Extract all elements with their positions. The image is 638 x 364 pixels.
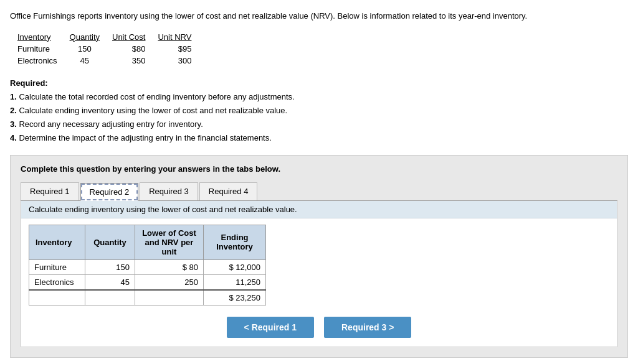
furniture-qty: 150 xyxy=(85,259,135,274)
total-empty-2 xyxy=(85,290,135,306)
furniture-ending-cell: $ 12,000 xyxy=(204,259,266,274)
th-quantity: Quantity xyxy=(85,225,135,259)
total-ending-cell: $ 23,250 xyxy=(204,290,266,306)
total-dollar: $ xyxy=(229,293,233,302)
ref-row-furniture-nrv: $95 xyxy=(155,43,201,55)
furniture-ending-val: 12,000 xyxy=(236,263,260,272)
total-empty-1 xyxy=(29,290,85,306)
furniture-dollar1: $ xyxy=(183,263,187,272)
furniture-nrv-val: 80 xyxy=(189,263,198,272)
total-val: 23,250 xyxy=(236,293,260,302)
furniture-name: Furniture xyxy=(29,259,85,274)
required-item-4: 4. Determine the impact of the adjusting… xyxy=(10,131,628,145)
complete-box-title: Complete this question by entering your … xyxy=(21,164,617,174)
th-inventory: Inventory xyxy=(29,225,85,259)
ref-row-electronics-qty: 45 xyxy=(67,55,110,67)
required-section: Required: 1. Calculate the total recorde… xyxy=(10,77,628,145)
ref-row-furniture-qty: 150 xyxy=(67,43,110,55)
reference-table: Inventory Quantity Unit Cost Unit NRV Fu… xyxy=(15,31,201,67)
ref-row-electronics-nrv: 300 xyxy=(155,55,201,67)
ref-row-electronics-cost: 350 xyxy=(110,55,155,67)
ref-row-furniture-name: Furniture xyxy=(15,43,67,55)
electronics-qty: 45 xyxy=(85,274,135,290)
tabs-row: Required 1 Required 2 Required 3 Require… xyxy=(21,182,617,201)
required-item-1: 1. Calculate the total recorded cost of … xyxy=(10,90,628,104)
electronics-nrv-cell: 250 xyxy=(135,274,204,290)
col-header-inventory: Inventory xyxy=(15,31,67,43)
required-1-button[interactable]: < Required 1 xyxy=(227,317,314,338)
required-label: Required: xyxy=(10,78,48,88)
required-3-button[interactable]: Required 3 > xyxy=(324,317,411,338)
nav-buttons: < Required 1 Required 3 > xyxy=(29,317,609,338)
tab-required-3[interactable]: Required 3 xyxy=(140,182,198,200)
th-ending-inventory: EndingInventory xyxy=(204,225,266,259)
furniture-dollar2: $ xyxy=(229,263,233,272)
electronics-ending-cell: 11,250 xyxy=(204,274,266,290)
electronics-ending-val: 11,250 xyxy=(236,278,260,287)
col-header-unit-nrv: Unit NRV xyxy=(155,31,201,43)
tab-content: Calculate ending inventory using the low… xyxy=(21,201,617,347)
ending-inventory-table: Inventory Quantity Lower of Costand NRV … xyxy=(29,225,266,306)
table-row-electronics: Electronics 45 250 11,250 xyxy=(29,274,266,290)
ref-row-furniture-cost: $80 xyxy=(110,43,155,55)
table-total-row: $ 23,250 xyxy=(29,290,266,306)
complete-box: Complete this question by entering your … xyxy=(10,155,628,358)
electronics-nrv-val: 250 xyxy=(184,278,198,287)
col-header-quantity: Quantity xyxy=(67,31,110,43)
furniture-nrv-cell: $ 80 xyxy=(135,259,204,274)
electronics-name: Electronics xyxy=(29,274,85,290)
col-header-unit-cost: Unit Cost xyxy=(110,31,155,43)
required-item-2: 2. Calculate ending inventory using the … xyxy=(10,104,628,118)
required-item-3: 3. Record any necessary adjusting entry … xyxy=(10,118,628,131)
th-lower-cost-nrv: Lower of Costand NRV perunit xyxy=(135,225,204,259)
tab-required-4[interactable]: Required 4 xyxy=(199,182,258,200)
total-empty-3 xyxy=(135,290,204,306)
ref-row-electronics-name: Electronics xyxy=(15,55,67,67)
tab-required-2[interactable]: Required 2 xyxy=(80,183,139,201)
table-row-furniture: Furniture 150 $ 80 $ 12,000 xyxy=(29,259,266,274)
tab-required-1[interactable]: Required 1 xyxy=(21,182,79,200)
intro-text: Office Furnishings reports inventory usi… xyxy=(10,10,628,22)
tab-instruction: Calculate ending inventory using the low… xyxy=(21,201,617,218)
